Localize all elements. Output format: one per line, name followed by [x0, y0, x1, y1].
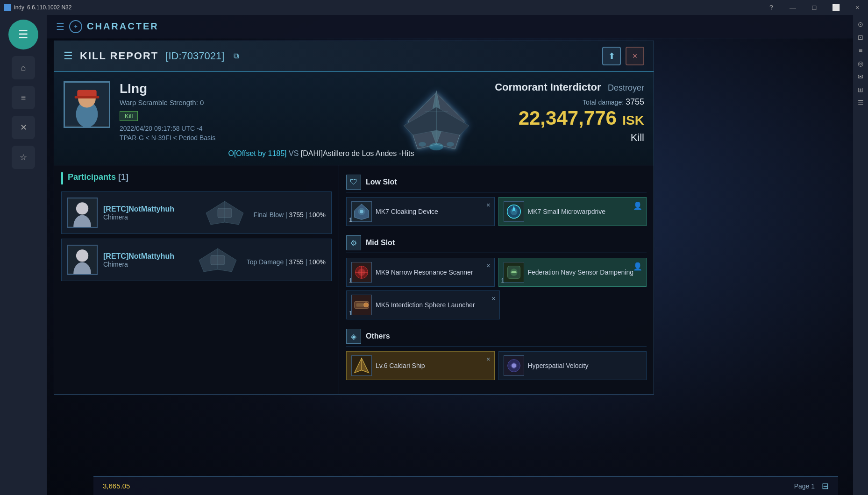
- ship-svg: [380, 84, 492, 158]
- isk-display: 22,347,776 ISK: [495, 107, 644, 129]
- mid-slot-section: ⚙ Mid Slot: [346, 233, 647, 319]
- vs-defender: [DAHI]Astillero de Los Andes -Hits: [301, 149, 414, 157]
- svg-point-51: [512, 363, 516, 368]
- ship-display: [378, 81, 495, 161]
- equip-caldari-name: Lv.6 Caldari Ship: [376, 361, 425, 370]
- svg-point-29: [360, 210, 363, 213]
- equip-icon-sensor-damp: [504, 262, 524, 283]
- participant-2-ship: Chimera: [103, 261, 189, 268]
- isk-label: ISK: [622, 113, 644, 127]
- kill-report-panel: ☰ KILL REPORT [ID:7037021] ⧉ ⬆ ×: [54, 41, 654, 395]
- participant-2-stats: Top Damage | 3755 | 100%: [247, 258, 326, 266]
- kr-main-content: Participants [1] [RETC]NotMattyhuh: [54, 165, 654, 394]
- minimize-button[interactable]: —: [782, 0, 804, 15]
- vs-separator: VS: [289, 149, 301, 157]
- right-sidebar: ⊙ ⊡ ≡ ◎ ✉ ⊞ ☰: [853, 15, 868, 495]
- equip-icon-caldari: [351, 355, 372, 376]
- character-icon: ✦: [69, 20, 82, 33]
- right-icon-6[interactable]: ⊞: [856, 85, 865, 94]
- ship-type-name: Cormorant Interdictor: [495, 81, 601, 93]
- equip-scanner-drop-icon: ×: [486, 262, 490, 269]
- header-menu-icon[interactable]: ☰: [56, 21, 64, 32]
- kr-header-actions: ⬆ ×: [602, 47, 644, 65]
- low-slot-row-1: MK7 Cloaking Device 1 ×: [346, 197, 647, 226]
- equip-sphere-drop-icon: ×: [491, 295, 495, 302]
- others-slot-header: ◈ Others: [346, 326, 647, 346]
- equip-icon-sphere: [351, 295, 372, 315]
- equip-caldari-drop-icon: ×: [486, 355, 490, 363]
- equip-mk7-cloaking: MK7 Cloaking Device 1 ×: [346, 197, 495, 226]
- cloaking-device-icon: [352, 201, 371, 222]
- copy-icon[interactable]: ⧉: [234, 52, 239, 60]
- restore-button[interactable]: □: [804, 0, 825, 15]
- title-bar-controls: ? — □ ⬜ ×: [761, 0, 868, 15]
- total-damage-label: Total damage: 3755: [495, 97, 644, 107]
- right-icon-3[interactable]: ≡: [856, 46, 865, 55]
- mid-slot-title: Mid Slot: [366, 239, 395, 247]
- others-row-1: Lv.6 Caldari Ship ×: [346, 351, 647, 380]
- mid-slot-row-2: MK5 Interdiction Sphere Launcher 1 ×: [346, 290, 647, 319]
- participant-item-2: [RETC]NotMattyhuh Chimera Top Damage | 3…: [61, 239, 332, 281]
- title-bar: indy 6.6.110.1002 N32 ? — □ ⬜ ×: [0, 0, 868, 15]
- right-icon-2[interactable]: ⊡: [856, 33, 865, 42]
- page-info: Page 1: [794, 482, 815, 490]
- sidebar-star-button[interactable]: ☆: [12, 146, 35, 169]
- equip-caldari-ship: Lv.6 Caldari Ship ×: [346, 351, 495, 380]
- svg-point-45: [364, 303, 369, 307]
- sidebar-home-button[interactable]: ⌂: [12, 56, 35, 79]
- others-slot-title: Others: [366, 332, 390, 340]
- victim-character-svg: [65, 83, 109, 127]
- maximize-button[interactable]: ⬜: [825, 0, 847, 15]
- others-slot-icon: ◈: [346, 329, 361, 344]
- equip-icon-cloaking: [351, 201, 372, 222]
- equip-sensor-damp: Federation Navy Sensor Dampening 1 👤: [498, 258, 647, 287]
- equip-sphere-launcher: MK5 Interdiction Sphere Launcher 1 ×: [346, 290, 500, 319]
- participant-1-ship: Chimera: [103, 213, 196, 221]
- participant-count: [1]: [118, 172, 128, 182]
- export-button[interactable]: ⬆: [602, 47, 621, 65]
- participant-1-info: [RETC]NotMattyhuh Chimera: [103, 205, 196, 221]
- participant-2-avatar: [67, 245, 98, 275]
- kill-type: Kill: [495, 132, 644, 144]
- hamburger-menu-button[interactable]: ☰: [8, 20, 38, 50]
- svg-point-15: [76, 202, 88, 214]
- participant-2-info: [RETC]NotMattyhuh Chimera: [103, 252, 189, 268]
- right-icon-1[interactable]: ⊙: [856, 20, 865, 29]
- bottom-right: Page 1 ⊟: [794, 481, 829, 491]
- participant-1-name: [RETC]NotMattyhuh: [103, 205, 196, 213]
- svg-point-21: [76, 249, 88, 262]
- kill-info-section: LIng Warp Scramble Strength: 0 Kill 2022…: [54, 72, 654, 165]
- kr-menu-icon[interactable]: ☰: [64, 50, 73, 62]
- kr-right-info: Cormorant Interdictor Destroyer Total da…: [495, 81, 644, 144]
- kill-report-id: [ID:7037021]: [165, 50, 224, 62]
- victim-avatar: [64, 81, 110, 128]
- empty-mid-right: [504, 290, 647, 319]
- participant-1-ship-image: [201, 199, 248, 227]
- filter-icon[interactable]: ⊟: [822, 481, 829, 491]
- participant-1-avatar-svg: [68, 198, 97, 227]
- svg-point-10: [419, 142, 426, 147]
- kr-close-button[interactable]: ×: [626, 47, 644, 65]
- mid-slot-row-1: MK9 Narrow Resonance Scanner 1 ×: [346, 258, 647, 287]
- svg-point-11: [447, 142, 454, 147]
- right-icon-4[interactable]: ◎: [856, 59, 865, 68]
- chimera-svg-2: [194, 246, 241, 274]
- help-button[interactable]: ?: [761, 0, 782, 15]
- equip-scanner-qty: 1: [349, 277, 352, 284]
- participant-1-stats: Final Blow | 3755 | 100%: [254, 211, 326, 219]
- right-icon-7[interactable]: ☰: [856, 98, 865, 107]
- participant-2-name: [RETC]NotMattyhuh: [103, 252, 189, 261]
- kill-report-title: KILL REPORT: [80, 50, 158, 62]
- participants-header: Participants [1]: [61, 172, 332, 184]
- equip-mwd-name: MK7 Small Microwarpdrive: [528, 207, 605, 216]
- svg-rect-4: [75, 96, 100, 99]
- equip-sensor-damp-qty: 1: [501, 277, 505, 284]
- caldari-ship-icon: [352, 355, 371, 376]
- kill-report-header: ☰ KILL REPORT [ID:7037021] ⧉ ⬆ ×: [54, 41, 654, 72]
- equip-icon-hyperspatial: [504, 355, 524, 376]
- sidebar-action1-button[interactable]: ✕: [12, 116, 35, 139]
- close-button[interactable]: ×: [847, 0, 868, 15]
- sidebar-settings-button[interactable]: ≡: [12, 86, 35, 109]
- bottom-bar: 3,665.05 Page 1 ⊟: [93, 476, 838, 495]
- right-icon-5[interactable]: ✉: [856, 72, 865, 81]
